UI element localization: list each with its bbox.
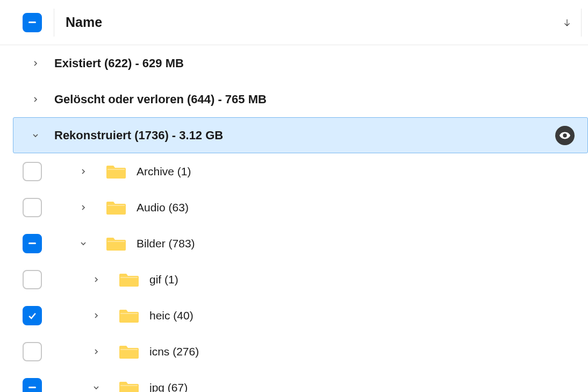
checkbox[interactable] (23, 162, 42, 181)
folder-label: Archive (1) (137, 165, 191, 178)
checkbox[interactable] (23, 378, 42, 393)
folder-icon (119, 272, 139, 288)
chevron-right-icon[interactable] (90, 274, 102, 286)
chevron-right-icon[interactable] (30, 58, 41, 69)
group-row-rekonstruiert[interactable]: Rekonstruiert (1736) - 3.12 GB (13, 117, 588, 153)
folder-label: Bilder (783) (137, 237, 195, 250)
folder-row-jpg[interactable]: jpg (67) (0, 369, 588, 392)
folder-icon (106, 163, 126, 180)
group-row-existiert[interactable]: Existiert (622) - 629 MB (0, 45, 588, 81)
folder-row-bilder[interactable]: Bilder (783) (0, 225, 588, 261)
group-label: Existiert (622) - 629 MB (54, 56, 588, 70)
checkbox[interactable] (23, 198, 42, 217)
chevron-down-icon[interactable] (90, 382, 102, 393)
chevron-right-icon[interactable] (30, 94, 41, 105)
folder-icon (119, 308, 139, 324)
group-label: Gelöscht oder verloren (644) - 765 MB (54, 92, 588, 106)
checkbox[interactable] (23, 342, 42, 361)
folder-row-audio[interactable]: Audio (63) (0, 189, 588, 225)
divider (581, 9, 582, 37)
folder-row-heic[interactable]: heic (40) (0, 297, 588, 333)
chevron-down-icon[interactable] (77, 238, 89, 250)
chevron-right-icon[interactable] (77, 166, 89, 177)
folder-label: icns (276) (149, 345, 199, 358)
folder-label: Audio (63) (137, 201, 189, 214)
chevron-right-icon[interactable] (90, 346, 102, 358)
checkbox[interactable] (23, 306, 42, 325)
folder-icon (106, 236, 126, 252)
folder-label: heic (40) (149, 309, 193, 322)
column-header-name[interactable]: Name (66, 15, 561, 30)
chevron-down-icon[interactable] (30, 130, 41, 141)
sort-arrow-icon[interactable] (561, 17, 573, 28)
select-all-checkbox[interactable] (23, 13, 42, 32)
folder-icon (119, 380, 139, 393)
preview-icon[interactable] (555, 126, 575, 145)
chevron-right-icon[interactable] (77, 202, 89, 213)
table-header: Name (0, 0, 588, 45)
checkbox[interactable] (23, 234, 42, 253)
folder-row-icns[interactable]: icns (276) (0, 333, 588, 369)
folder-icon (119, 344, 139, 360)
checkbox[interactable] (23, 270, 42, 289)
folder-row-archive[interactable]: Archive (1) (0, 153, 588, 189)
chevron-right-icon[interactable] (90, 310, 102, 322)
folder-label: gif (1) (149, 273, 178, 286)
folder-row-gif[interactable]: gif (1) (0, 261, 588, 297)
group-label: Rekonstruiert (1736) - 3.12 GB (54, 129, 555, 142)
folder-label: jpg (67) (149, 381, 188, 393)
group-row-geloescht[interactable]: Gelöscht oder verloren (644) - 765 MB (0, 81, 588, 117)
divider (54, 9, 54, 37)
folder-icon (106, 199, 126, 216)
